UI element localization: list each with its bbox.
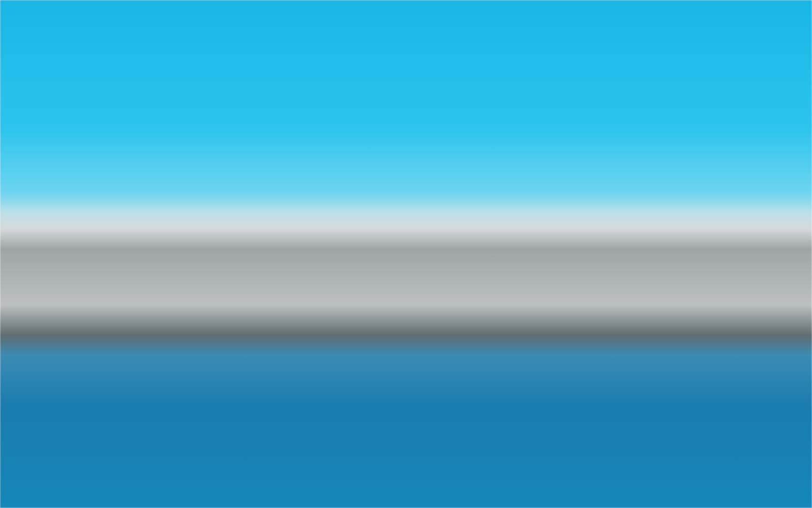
desktop-wallpaper bbox=[0, 0, 812, 508]
